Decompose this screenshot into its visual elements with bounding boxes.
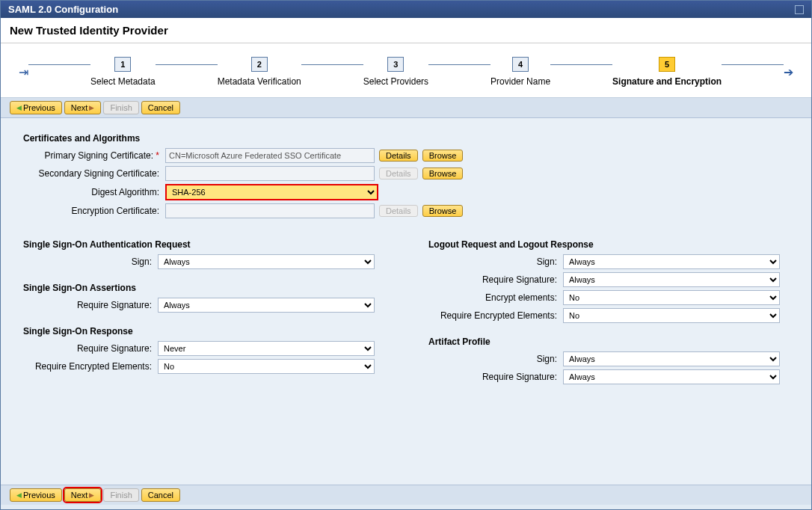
toolbar-top: ◀Previous Next▶ Finish Cancel [1,98,811,118]
sso-auth-sign-label: Sign: [23,256,158,267]
window-title: SAML 2.0 Configuration [8,4,118,15]
step-provider-name: 4 Provider Name [490,57,550,87]
wizard-steps: ⇥ 1 Select Metadata 2 Metadata Verificat… [1,43,811,98]
browse-button[interactable]: Browse [422,168,464,179]
previous-button[interactable]: ◀Previous [10,101,62,114]
sso-assert-reqsig-label: Require Signature: [23,300,158,310]
logout-enc-label: Encrypt elements: [428,292,563,303]
artifact-reqsig-select[interactable]: Always [563,369,780,384]
triangle-left-icon: ◀ [16,104,22,111]
window-control-icon[interactable] [795,5,804,14]
section-artifact: Artifact Profile [428,337,789,347]
cancel-button[interactable]: Cancel [141,101,180,114]
logout-reqsig-select[interactable]: Always [563,272,780,287]
button-label: Finish [110,103,132,112]
step-number: 1 [114,57,131,72]
previous-button[interactable]: ◀Previous [10,488,62,502]
logout-reqenc-select[interactable]: No [563,308,780,323]
secondary-signing-label: Secondary Signing Certificate: [23,168,165,179]
triangle-left-icon: ◀ [16,491,22,499]
secondary-signing-input[interactable] [165,166,375,181]
artifact-sign-label: Sign: [428,354,563,364]
page-title: New Trusted Identity Provider [1,18,811,43]
step-signature-encryption: 5 Signature and Encryption [612,57,722,87]
sso-resp-reqenc-label: Require Encrypted Elements: [23,361,158,372]
step-label: Select Providers [363,76,428,87]
digest-algorithm-select[interactable]: SHA-256 [165,184,378,200]
button-label: Previous [23,103,55,112]
sso-resp-reqsig-select[interactable]: Never [158,341,375,356]
details-button[interactable]: Details [379,150,418,162]
browse-button[interactable]: Browse [422,205,464,217]
wizard-end-icon: ➔ [784,65,793,79]
step-label: Provider Name [490,76,550,87]
cancel-button[interactable]: Cancel [141,488,180,502]
logout-sign-select[interactable]: Always [563,254,780,269]
primary-signing-label: Primary Signing Certificate: * [23,150,165,161]
step-label: Signature and Encryption [612,76,722,87]
step-label: Select Metadata [90,76,156,87]
logout-reqsig-label: Require Signature: [428,274,563,285]
browse-button[interactable]: Browse [422,150,464,162]
section-certificates: Certificates and Algorithms [23,133,789,144]
artifact-reqsig-label: Require Signature: [428,372,563,382]
triangle-right-icon: ▶ [89,104,94,111]
next-button[interactable]: Next▶ [64,101,102,114]
sso-auth-sign-select[interactable]: Always [158,254,375,269]
step-label: Metadata Verification [218,76,301,87]
step-select-providers: 3 Select Providers [363,57,428,87]
encryption-cert-input[interactable] [165,203,375,218]
step-metadata-verification: 2 Metadata Verification [218,57,301,87]
button-label: Cancel [148,491,173,500]
next-button[interactable]: Next▶ [64,488,102,502]
logout-sign-label: Sign: [428,256,563,267]
logout-enc-select[interactable]: No [563,290,780,305]
required-indicator: * [156,150,159,161]
wizard-start-icon: ⇥ [19,65,28,79]
content-area: Certificates and Algorithms Primary Sign… [1,118,811,485]
button-label: Next [71,103,88,112]
digest-label: Digest Algorithm: [23,187,165,197]
details-button: Details [379,205,418,217]
button-label: Next [71,491,88,500]
section-sso-auth: Single Sign-On Authentication Request [23,239,384,250]
sso-resp-reqsig-label: Require Signature: [23,343,158,354]
sso-resp-reqenc-select[interactable]: No [158,359,375,374]
step-number: 3 [387,57,404,72]
primary-signing-input[interactable] [165,148,375,163]
finish-button: Finish [103,101,138,114]
artifact-sign-select[interactable]: Always [563,351,780,366]
logout-reqenc-label: Require Encrypted Elements: [428,310,563,321]
title-bar: SAML 2.0 Configuration [1,1,811,18]
triangle-right-icon: ▶ [89,491,94,499]
button-label: Finish [110,491,132,500]
section-sso-assertions: Single Sign-On Assertions [23,283,384,293]
step-select-metadata: 1 Select Metadata [90,57,156,87]
step-number: 2 [251,57,268,72]
toolbar-bottom: ◀Previous Next▶ Finish Cancel [1,485,811,505]
button-label: Previous [23,491,55,500]
encryption-cert-label: Encryption Certificate: [23,206,165,216]
section-sso-response: Single Sign-On Response [23,326,384,337]
step-number: 5 [659,57,675,72]
section-logout: Logout Request and Logout Response [428,239,789,250]
sso-assert-reqsig-select[interactable]: Always [158,298,375,313]
step-number: 4 [512,57,529,72]
details-button: Details [379,168,418,179]
button-label: Cancel [148,103,173,112]
finish-button: Finish [103,488,138,502]
